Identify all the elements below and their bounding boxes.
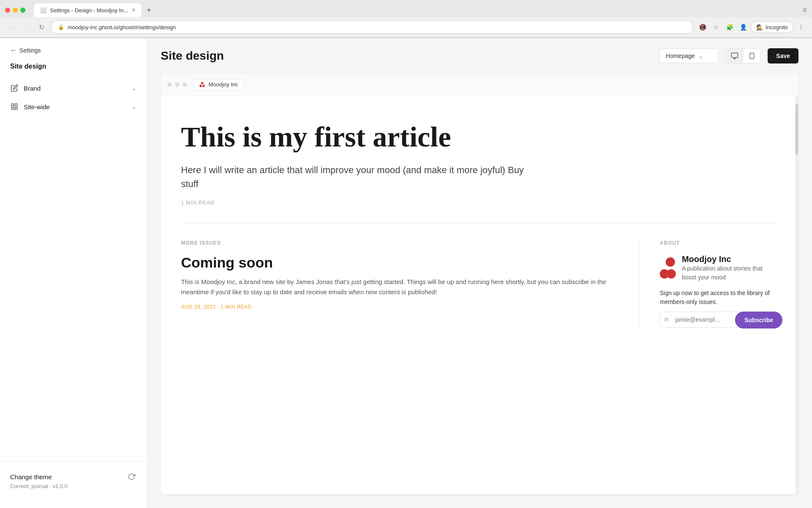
preview-favicon [199,82,205,88]
grid-icon [10,102,19,111]
back-button[interactable]: ← [5,21,17,33]
refresh-button[interactable]: ↻ [36,21,47,33]
screen-share-icon: 📵 [697,21,708,33]
svg-point-11 [203,85,205,87]
main-header: Site design Homepage ⌄ Save [147,38,812,74]
tab-page-icon: ⬜ [40,7,47,14]
coming-soon-separator: · [217,304,221,310]
extensions-icon[interactable]: 🧩 [724,21,735,33]
main-content: Site design Homepage ⌄ Save [147,38,812,508]
dropdown-chevron-icon: ⌄ [698,52,703,59]
back-arrow-icon: ← [10,47,17,54]
browser-menu-icon[interactable]: ≡ [802,6,807,15]
profile-icon[interactable]: 👤 [737,21,749,33]
minimize-traffic-light[interactable] [13,8,18,13]
about-brand: Moodjoy Inc A publication about stories … [660,254,778,282]
coming-soon-title: Coming soon [181,254,619,271]
incognito-button[interactable]: 🕵 Incognito [751,21,793,33]
brand-label: Brand [24,85,126,92]
brand-circle-right [667,269,676,279]
coming-soon-body: This is Moodjoy Inc, a brand new site by… [181,277,619,297]
svg-rect-2 [11,108,14,110]
incognito-icon: 🕵 [756,24,763,30]
article-hero: This is my first article Here I will wri… [181,96,778,223]
close-traffic-light[interactable] [5,8,10,13]
preview-dot-1 [167,83,172,87]
back-to-settings[interactable]: ← Settings [0,47,147,63]
url-text: moodjoy-inc.ghost.io/ghost/#/settings/de… [68,24,176,30]
brand-name: Moodjoy Inc [682,254,778,264]
preview-frame: Moodjoy Inc This is my first article Her… [161,74,798,494]
sidebar-title: Site design [0,63,147,79]
site-wide-label: Site-wide [24,103,126,110]
article-excerpt: Here I will write an article that will i… [181,163,536,191]
preview-content[interactable]: This is my first article Here I will wri… [161,96,798,494]
sidebar-item-site-wide[interactable]: Site-wide ⌄ [0,97,147,116]
sidebar-item-brand[interactable]: Brand ⌄ [0,79,147,97]
svg-point-9 [201,82,203,84]
preview-dot-2 [175,83,179,87]
new-tab-button[interactable]: + [143,4,155,16]
mobile-view-button[interactable] [743,49,760,63]
coming-soon-date: AUG 29, 2022 [181,304,216,310]
save-button[interactable]: Save [768,48,798,64]
preview-dot-3 [183,83,187,87]
coming-soon-meta: AUG 29, 2022 · 1 MIN READ [181,304,619,310]
back-label: Settings [19,47,41,54]
maximize-traffic-light[interactable] [20,8,25,13]
traffic-lights [5,8,25,13]
sidebar: ← Settings Site design Brand ⌄ Site-wide [0,38,147,508]
scrollbar-thumb[interactable] [796,104,798,155]
desktop-view-button[interactable] [726,49,743,63]
subscribe-button[interactable]: Subscribe [735,312,782,329]
current-theme-label: Current: journal · v1.0.0 [10,483,137,489]
article-title: This is my first article [181,121,778,153]
site-wide-chevron-icon: ⌄ [132,103,137,110]
preview-container: Moodjoy Inc This is my first article Her… [147,74,812,508]
about-label: ABOUT [660,240,778,246]
brand-description: A publication about stories that boost y… [682,264,778,282]
page-title: Site design [161,49,653,63]
change-theme-row: Change theme [10,472,137,482]
brand-logo [660,257,676,279]
browser-tab[interactable]: ⬜ Settings - Design - Moodjoy In... × [34,3,141,17]
about-section: ABOUT Moodjoy Inc A publication about st… [660,240,778,328]
scrollbar-track[interactable] [795,96,798,494]
view-dropdown[interactable]: Homepage ⌄ [659,49,719,63]
view-dropdown-value: Homepage [666,52,695,59]
url-bar[interactable]: 🔒 moodjoy-inc.ghost.io/ghost/#/settings/… [51,20,693,34]
svg-rect-7 [750,53,754,58]
svg-rect-3 [15,108,17,110]
preview-tab: Moodjoy Inc [194,79,244,90]
brand-circle-top [666,257,675,267]
tab-close-icon[interactable]: × [132,6,135,14]
brand-chevron-icon: ⌄ [132,85,137,91]
preview-tab-bar: Moodjoy Inc [161,74,798,96]
svg-point-10 [200,85,202,87]
email-icon: ✉ [664,316,669,323]
more-issues-label: MORE ISSUES [181,240,619,246]
view-toggle [725,48,761,64]
svg-rect-4 [732,53,738,58]
refresh-theme-icon[interactable] [126,472,137,482]
more-section: MORE ISSUES Coming soon This is Moodjoy … [181,223,778,345]
more-issues: MORE ISSUES Coming soon This is Moodjoy … [181,240,639,328]
sidebar-footer: Change theme Current: journal · v1.0.0 [0,461,147,500]
subscribe-row: ✉ Subscribe [660,312,778,328]
forward-button[interactable]: → [20,21,32,33]
incognito-label: Incognito [765,24,788,30]
preview-tab-label: Moodjoy Inc [208,81,238,88]
browser-options-icon[interactable]: ⋮ [795,21,807,33]
coming-soon-read-time: 1 MIN READ [221,304,252,310]
lock-icon: 🔒 [58,24,64,30]
subscribe-text: Sign up now to get access to the library… [660,289,778,306]
bookmark-icon[interactable]: ☆ [710,21,722,33]
edit-icon [10,84,19,92]
change-theme-label[interactable]: Change theme [10,473,52,480]
svg-rect-1 [15,104,17,106]
article-read-time: 1 MIN READ [181,199,778,206]
svg-rect-0 [11,104,14,106]
tab-title: Settings - Design - Moodjoy In... [50,7,128,14]
